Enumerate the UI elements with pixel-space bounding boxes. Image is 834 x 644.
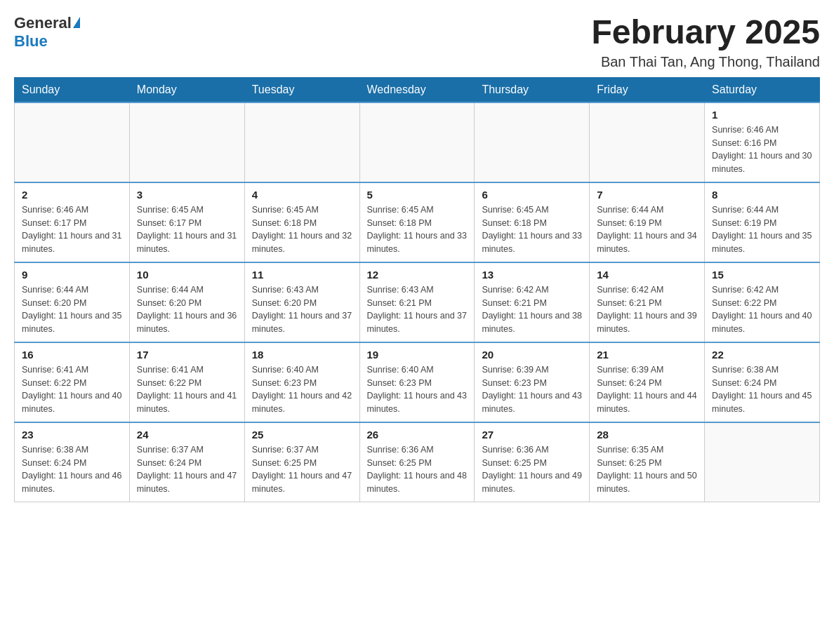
calendar-cell: 16Sunrise: 6:41 AMSunset: 6:22 PMDayligh… [15, 342, 130, 422]
calendar-cell: 6Sunrise: 6:45 AMSunset: 6:18 PMDaylight… [475, 182, 590, 262]
calendar-cell: 4Sunrise: 6:45 AMSunset: 6:18 PMDaylight… [244, 182, 359, 262]
title-block: February 2025 Ban Thai Tan, Ang Thong, T… [591, 14, 820, 70]
day-info: Sunrise: 6:45 AMSunset: 6:18 PMDaylight:… [482, 203, 582, 256]
calendar-week-row: 9Sunrise: 6:44 AMSunset: 6:20 PMDaylight… [15, 262, 820, 342]
logo-general-text: General [14, 14, 80, 32]
day-number: 15 [712, 269, 812, 281]
day-info: Sunrise: 6:44 AMSunset: 6:19 PMDaylight:… [712, 203, 812, 256]
day-info: Sunrise: 6:46 AMSunset: 6:16 PMDaylight:… [712, 123, 812, 176]
day-number: 23 [22, 429, 122, 441]
calendar-cell: 28Sunrise: 6:35 AMSunset: 6:25 PMDayligh… [590, 422, 705, 502]
calendar-cell: 10Sunrise: 6:44 AMSunset: 6:20 PMDayligh… [129, 262, 244, 342]
day-info: Sunrise: 6:35 AMSunset: 6:25 PMDaylight:… [597, 443, 697, 496]
day-number: 11 [252, 269, 352, 281]
day-number: 6 [482, 189, 582, 201]
calendar-cell [15, 102, 130, 182]
weekday-header-sunday: Sunday [15, 77, 130, 102]
day-number: 12 [367, 269, 468, 281]
calendar-cell [359, 102, 475, 182]
calendar-cell: 25Sunrise: 6:37 AMSunset: 6:25 PMDayligh… [244, 422, 359, 502]
day-info: Sunrise: 6:43 AMSunset: 6:20 PMDaylight:… [252, 283, 352, 336]
calendar-cell: 14Sunrise: 6:42 AMSunset: 6:21 PMDayligh… [590, 262, 705, 342]
calendar-cell: 21Sunrise: 6:39 AMSunset: 6:24 PMDayligh… [590, 342, 705, 422]
day-number: 2 [22, 189, 122, 201]
calendar-cell: 2Sunrise: 6:46 AMSunset: 6:17 PMDaylight… [15, 182, 130, 262]
day-number: 14 [597, 269, 697, 281]
calendar-cell: 11Sunrise: 6:43 AMSunset: 6:20 PMDayligh… [244, 262, 359, 342]
calendar-cell: 27Sunrise: 6:36 AMSunset: 6:25 PMDayligh… [475, 422, 590, 502]
calendar-week-row: 1Sunrise: 6:46 AMSunset: 6:16 PMDaylight… [15, 102, 820, 182]
day-info: Sunrise: 6:40 AMSunset: 6:23 PMDaylight:… [252, 363, 352, 416]
weekday-header-friday: Friday [590, 77, 705, 102]
day-number: 8 [712, 189, 812, 201]
calendar-cell: 15Sunrise: 6:42 AMSunset: 6:22 PMDayligh… [705, 262, 820, 342]
calendar-cell: 3Sunrise: 6:45 AMSunset: 6:17 PMDaylight… [129, 182, 244, 262]
calendar-cell: 26Sunrise: 6:36 AMSunset: 6:25 PMDayligh… [359, 422, 475, 502]
day-info: Sunrise: 6:38 AMSunset: 6:24 PMDaylight:… [712, 363, 812, 416]
calendar-cell: 7Sunrise: 6:44 AMSunset: 6:19 PMDaylight… [590, 182, 705, 262]
weekday-header-tuesday: Tuesday [244, 77, 359, 102]
day-info: Sunrise: 6:44 AMSunset: 6:20 PMDaylight:… [137, 283, 237, 336]
calendar-header: SundayMondayTuesdayWednesdayThursdayFrid… [15, 77, 820, 102]
day-number: 10 [137, 269, 237, 281]
day-number: 20 [482, 349, 582, 361]
calendar-cell [590, 102, 705, 182]
calendar-cell: 8Sunrise: 6:44 AMSunset: 6:19 PMDaylight… [705, 182, 820, 262]
calendar-cell: 13Sunrise: 6:42 AMSunset: 6:21 PMDayligh… [475, 262, 590, 342]
calendar-week-row: 23Sunrise: 6:38 AMSunset: 6:24 PMDayligh… [15, 422, 820, 502]
day-info: Sunrise: 6:36 AMSunset: 6:25 PMDaylight:… [482, 443, 582, 496]
day-info: Sunrise: 6:41 AMSunset: 6:22 PMDaylight:… [137, 363, 237, 416]
day-info: Sunrise: 6:45 AMSunset: 6:18 PMDaylight:… [252, 203, 352, 256]
calendar-cell [705, 422, 820, 502]
day-info: Sunrise: 6:44 AMSunset: 6:20 PMDaylight:… [22, 283, 122, 336]
calendar-week-row: 2Sunrise: 6:46 AMSunset: 6:17 PMDaylight… [15, 182, 820, 262]
day-number: 13 [482, 269, 582, 281]
day-number: 28 [597, 429, 697, 441]
calendar-cell: 18Sunrise: 6:40 AMSunset: 6:23 PMDayligh… [244, 342, 359, 422]
day-info: Sunrise: 6:36 AMSunset: 6:25 PMDaylight:… [367, 443, 468, 496]
day-number: 22 [712, 349, 812, 361]
day-number: 26 [367, 429, 468, 441]
calendar-cell [129, 102, 244, 182]
calendar-cell [475, 102, 590, 182]
location-label: Ban Thai Tan, Ang Thong, Thailand [591, 54, 820, 70]
day-number: 24 [137, 429, 237, 441]
day-info: Sunrise: 6:39 AMSunset: 6:23 PMDaylight:… [482, 363, 582, 416]
day-info: Sunrise: 6:42 AMSunset: 6:22 PMDaylight:… [712, 283, 812, 336]
calendar-cell: 24Sunrise: 6:37 AMSunset: 6:24 PMDayligh… [129, 422, 244, 502]
day-info: Sunrise: 6:45 AMSunset: 6:18 PMDaylight:… [367, 203, 468, 256]
day-info: Sunrise: 6:45 AMSunset: 6:17 PMDaylight:… [137, 203, 237, 256]
month-title: February 2025 [591, 14, 820, 51]
day-info: Sunrise: 6:41 AMSunset: 6:22 PMDaylight:… [22, 363, 122, 416]
day-number: 25 [252, 429, 352, 441]
calendar-body: 1Sunrise: 6:46 AMSunset: 6:16 PMDaylight… [15, 102, 820, 502]
calendar-cell: 9Sunrise: 6:44 AMSunset: 6:20 PMDaylight… [15, 262, 130, 342]
weekday-header-monday: Monday [129, 77, 244, 102]
day-number: 18 [252, 349, 352, 361]
day-info: Sunrise: 6:37 AMSunset: 6:24 PMDaylight:… [137, 443, 237, 496]
day-info: Sunrise: 6:40 AMSunset: 6:23 PMDaylight:… [367, 363, 468, 416]
day-info: Sunrise: 6:39 AMSunset: 6:24 PMDaylight:… [597, 363, 697, 416]
calendar-cell: 23Sunrise: 6:38 AMSunset: 6:24 PMDayligh… [15, 422, 130, 502]
day-number: 9 [22, 269, 122, 281]
day-info: Sunrise: 6:44 AMSunset: 6:19 PMDaylight:… [597, 203, 697, 256]
logo-blue-label: Blue [14, 32, 48, 51]
page-header: General Blue February 2025 Ban Thai Tan,… [14, 14, 820, 70]
calendar-cell: 5Sunrise: 6:45 AMSunset: 6:18 PMDaylight… [359, 182, 475, 262]
day-number: 7 [597, 189, 697, 201]
weekday-header-thursday: Thursday [475, 77, 590, 102]
calendar-cell: 19Sunrise: 6:40 AMSunset: 6:23 PMDayligh… [359, 342, 475, 422]
day-info: Sunrise: 6:42 AMSunset: 6:21 PMDaylight:… [597, 283, 697, 336]
day-number: 27 [482, 429, 582, 441]
calendar-cell: 20Sunrise: 6:39 AMSunset: 6:23 PMDayligh… [475, 342, 590, 422]
day-number: 16 [22, 349, 122, 361]
logo-general-label: General [14, 14, 72, 32]
day-number: 5 [367, 189, 468, 201]
day-info: Sunrise: 6:42 AMSunset: 6:21 PMDaylight:… [482, 283, 582, 336]
weekday-header-wednesday: Wednesday [359, 77, 475, 102]
day-info: Sunrise: 6:38 AMSunset: 6:24 PMDaylight:… [22, 443, 122, 496]
weekday-header-saturday: Saturday [705, 77, 820, 102]
day-number: 3 [137, 189, 237, 201]
logo-triangle-icon [73, 17, 80, 28]
day-number: 19 [367, 349, 468, 361]
